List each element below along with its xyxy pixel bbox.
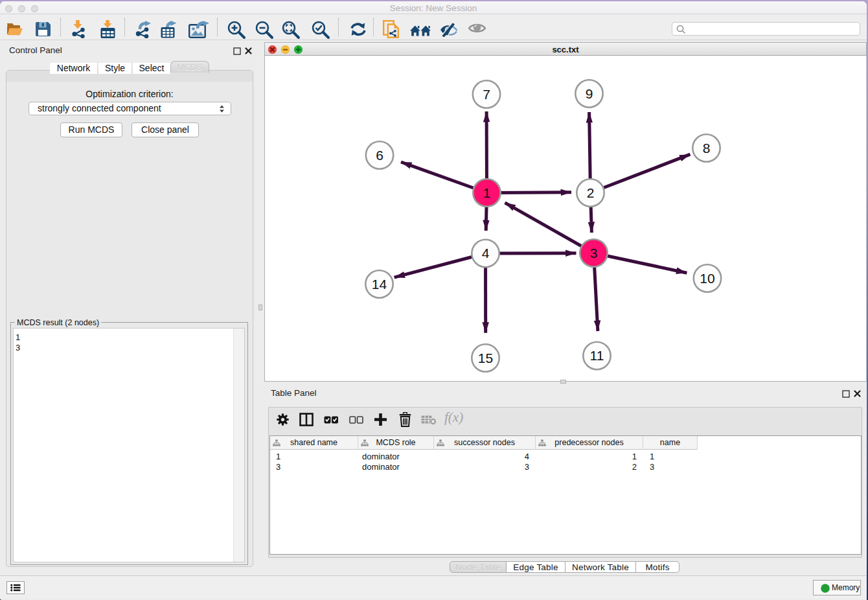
svg-text:11: 11 <box>590 348 604 363</box>
svg-text:4: 4 <box>482 246 490 260</box>
svg-text:9: 9 <box>586 86 593 101</box>
svg-text:1: 1 <box>483 185 491 200</box>
svg-text:2: 2 <box>587 185 595 200</box>
svg-text:3: 3 <box>590 246 598 260</box>
svg-text:10: 10 <box>700 271 714 286</box>
svg-text:8: 8 <box>703 141 711 156</box>
svg-text:7: 7 <box>483 87 490 102</box>
svg-text:14: 14 <box>372 277 387 292</box>
svg-text:15: 15 <box>478 351 493 365</box>
svg-text:6: 6 <box>376 148 383 163</box>
